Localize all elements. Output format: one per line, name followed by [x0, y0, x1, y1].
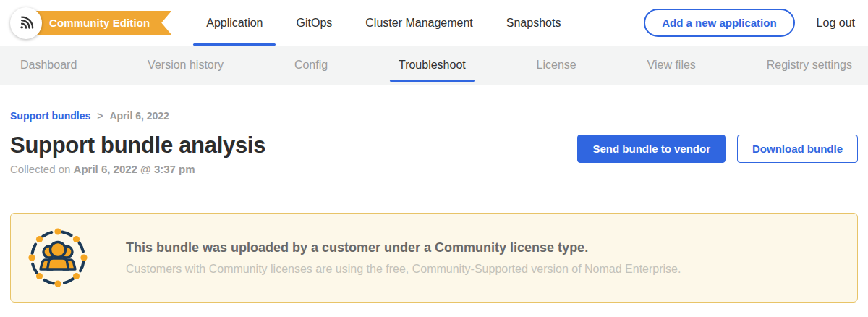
collected-date: April 6, 2022 @ 3:37 pm	[74, 163, 195, 175]
subnav-dashboard[interactable]: Dashboard	[20, 46, 77, 85]
title-row: Support bundle analysis Collected on Apr…	[10, 133, 858, 175]
tab-cluster-management[interactable]: Cluster Management	[365, 0, 473, 46]
subnav-version-history[interactable]: Version history	[148, 46, 224, 85]
page-content: Support bundles > April 6, 2022 Support …	[0, 110, 868, 303]
page-title: Support bundle analysis	[10, 133, 265, 158]
add-new-application-button[interactable]: Add a new application	[644, 9, 794, 37]
bundle-actions: Send bundle to vendor Download bundle	[577, 135, 858, 163]
breadcrumb-support-bundles-link[interactable]: Support bundles	[10, 110, 90, 122]
subnav-config[interactable]: Config	[294, 46, 328, 85]
top-header: Community Edition Application GitOps Clu…	[0, 0, 868, 46]
collected-timestamp: Collected on April 6, 2022 @ 3:37 pm	[10, 163, 265, 175]
banner-heading: This bundle was uploaded by a customer u…	[126, 240, 681, 255]
banner-subtext: Customers with Community licenses are us…	[126, 263, 681, 276]
logout-link[interactable]: Log out	[817, 17, 855, 30]
community-edition-ribbon: Community Edition	[32, 11, 171, 35]
main-nav: Application GitOps Cluster Management Sn…	[206, 0, 561, 46]
app-subnav: Dashboard Version history Config Trouble…	[0, 46, 868, 85]
title-block: Support bundle analysis Collected on Apr…	[10, 133, 265, 175]
subnav-view-files[interactable]: View files	[647, 46, 696, 85]
breadcrumb-current: April 6, 2022	[109, 110, 169, 122]
download-bundle-button[interactable]: Download bundle	[737, 135, 858, 163]
replicated-logo-icon	[17, 14, 35, 33]
breadcrumb-separator: >	[97, 110, 103, 122]
send-bundle-to-vendor-button[interactable]: Send bundle to vendor	[577, 135, 726, 163]
tab-gitops[interactable]: GitOps	[296, 0, 332, 46]
community-license-banner: This bundle was uploaded by a customer u…	[10, 213, 858, 303]
banner-text: This bundle was uploaded by a customer u…	[126, 240, 681, 276]
collected-prefix: Collected on	[10, 163, 74, 175]
community-group-icon	[28, 228, 88, 287]
brand: Community Edition	[10, 7, 171, 39]
breadcrumb: Support bundles > April 6, 2022	[10, 110, 858, 122]
tab-snapshots[interactable]: Snapshots	[506, 0, 561, 46]
tab-application[interactable]: Application	[206, 0, 263, 46]
subnav-troubleshoot[interactable]: Troubleshoot	[399, 46, 466, 85]
subnav-registry-settings[interactable]: Registry settings	[767, 46, 852, 85]
subnav-license[interactable]: License	[537, 46, 576, 85]
replicated-logo[interactable]	[10, 7, 42, 39]
